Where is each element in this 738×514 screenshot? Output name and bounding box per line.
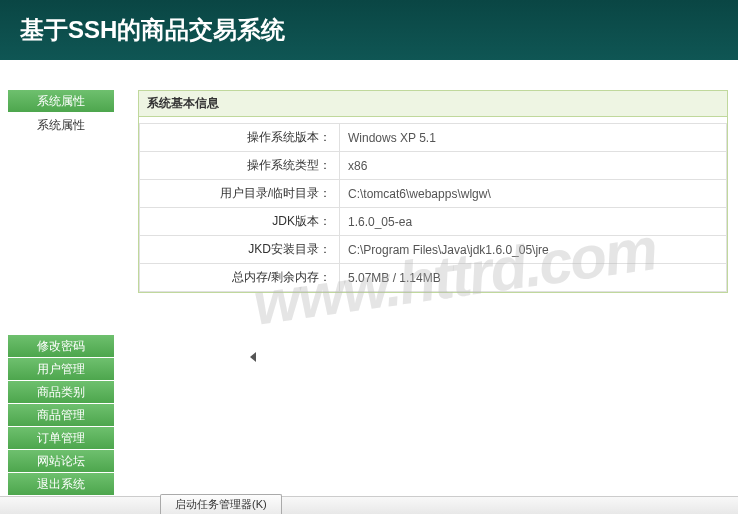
nav-website-forum[interactable]: 网站论坛 [8, 450, 114, 472]
sidebar-top-group: 系统属性 系统属性 [0, 90, 122, 138]
table-row: 用户目录/临时目录： C:\tomcat6\webapps\wlgw\ [140, 180, 727, 208]
panel-title: 系统基本信息 [139, 91, 727, 117]
info-label: JKD安装目录： [140, 236, 340, 264]
table-row: JKD安装目录： C:\Program Files\Java\jdk1.6.0_… [140, 236, 727, 264]
task-manager-button[interactable]: 启动任务管理器(K) [160, 494, 282, 514]
info-label: JDK版本： [140, 208, 340, 236]
nav-user-management[interactable]: 用户管理 [8, 358, 114, 380]
info-value: 1.6.0_05-ea [340, 208, 727, 236]
taskbar: 启动任务管理器(K) [0, 496, 738, 514]
table-row: 操作系统版本： Windows XP 5.1 [140, 124, 727, 152]
sidebar: 系统属性 系统属性 修改密码 用户管理 商品类别 商品管理 订单管理 网站论坛 … [0, 62, 122, 496]
nav-system-properties-sub[interactable]: 系统属性 [8, 113, 114, 138]
info-label: 操作系统类型： [140, 152, 340, 180]
content-area: 系统基本信息 操作系统版本： Windows XP 5.1 操作系统类型： x8… [122, 62, 738, 496]
nav-change-password[interactable]: 修改密码 [8, 335, 114, 357]
info-value: Windows XP 5.1 [340, 124, 727, 152]
system-info-panel: 系统基本信息 操作系统版本： Windows XP 5.1 操作系统类型： x8… [138, 90, 728, 293]
nav-product-management[interactable]: 商品管理 [8, 404, 114, 426]
nav-system-properties[interactable]: 系统属性 [8, 90, 114, 112]
table-row: 操作系统类型： x86 [140, 152, 727, 180]
app-title: 基于SSH的商品交易系统 [20, 14, 285, 46]
info-value: 5.07MB / 1.14MB [340, 264, 727, 292]
table-row: 总内存/剩余内存： 5.07MB / 1.14MB [140, 264, 727, 292]
table-row: JDK版本： 1.6.0_05-ea [140, 208, 727, 236]
nav-exit-system[interactable]: 退出系统 [8, 473, 114, 495]
system-info-table: 操作系统版本： Windows XP 5.1 操作系统类型： x86 用户目录/… [139, 123, 727, 292]
main-container: 系统属性 系统属性 修改密码 用户管理 商品类别 商品管理 订单管理 网站论坛 … [0, 62, 738, 496]
info-value: x86 [340, 152, 727, 180]
scroll-left-icon[interactable] [250, 352, 256, 362]
nav-order-management[interactable]: 订单管理 [8, 427, 114, 449]
nav-product-category[interactable]: 商品类别 [8, 381, 114, 403]
info-label: 操作系统版本： [140, 124, 340, 152]
sidebar-bottom-group: 修改密码 用户管理 商品类别 商品管理 订单管理 网站论坛 退出系统 [0, 335, 122, 496]
info-value: C:\tomcat6\webapps\wlgw\ [340, 180, 727, 208]
info-value: C:\Program Files\Java\jdk1.6.0_05\jre [340, 236, 727, 264]
info-label: 总内存/剩余内存： [140, 264, 340, 292]
info-label: 用户目录/临时目录： [140, 180, 340, 208]
app-header: 基于SSH的商品交易系统 [0, 0, 738, 62]
